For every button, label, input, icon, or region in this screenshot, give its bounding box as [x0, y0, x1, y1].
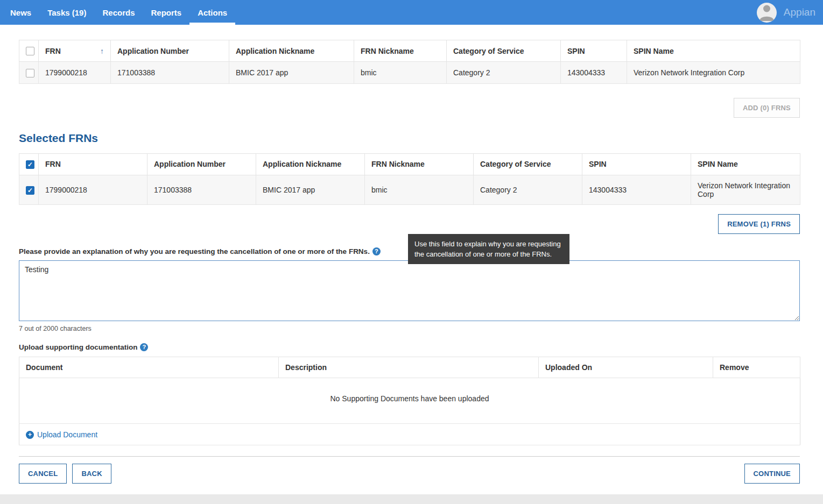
column-header-application-number: Application Number — [147, 153, 256, 175]
cell-frn: 1799000218 — [39, 175, 147, 204]
upload-documentation-label: Upload supporting documentation — [19, 343, 137, 351]
column-header-label: FRN — [45, 47, 61, 55]
upload-documents-table: Document Description Uploaded On Remove … — [19, 357, 800, 446]
cell-frn-nickname: bmic — [354, 62, 447, 83]
upload-label-row: Upload supporting documentation? — [19, 343, 800, 351]
table-header-row: FRN Application Number Application Nickn… — [19, 153, 800, 175]
column-header-frn[interactable]: FRN↑ — [39, 40, 111, 62]
row-checkbox[interactable] — [26, 186, 34, 195]
nav-item-actions[interactable]: Actions — [189, 0, 235, 25]
person-icon — [757, 3, 777, 23]
nav-item-news[interactable]: News — [2, 0, 39, 25]
cell-application-number: 171003388 — [147, 175, 256, 204]
cell-frn-nickname: bmic — [365, 175, 474, 204]
cell-category-of-service: Category 2 — [447, 62, 561, 83]
footer-button-bar: CANCEL BACK CONTINUE — [19, 464, 800, 484]
column-header-frn-nickname: FRN Nickname — [354, 40, 447, 62]
selected-frns-heading: Selected FRNs — [19, 132, 800, 145]
character-count: 7 out of 2000 characters — [19, 325, 800, 332]
column-header-category-of-service: Category of Service — [474, 153, 582, 175]
plus-icon: + — [26, 431, 34, 439]
select-all-checkbox[interactable] — [26, 160, 34, 169]
appian-brand-text: Appian — [784, 6, 815, 18]
upload-document-link[interactable]: +Upload Document — [26, 430, 97, 439]
help-icon[interactable]: ? — [372, 247, 381, 255]
row-checkbox-cell — [19, 62, 39, 83]
back-button[interactable]: BACK — [72, 464, 111, 484]
select-all-header-cell — [19, 153, 39, 175]
cell-application-nickname: BMIC 2017 app — [256, 175, 365, 204]
nav-right-group: Appian — [757, 0, 815, 25]
main-content: FRN↑ Application Number Application Nick… — [0, 25, 823, 494]
cell-spin: 143004333 — [582, 175, 691, 204]
column-header-application-number: Application Number — [111, 40, 229, 62]
nav-item-reports[interactable]: Reports — [143, 0, 189, 25]
nav-item-label: Records — [102, 8, 135, 17]
table-header-row: Document Description Uploaded On Remove — [19, 357, 800, 378]
remove-frns-row: REMOVE (1) FRNS — [19, 214, 800, 234]
explanation-section: Please provide an explanation of why you… — [19, 247, 800, 332]
upload-document-link-label: Upload Document — [37, 430, 97, 439]
column-header-remove: Remove — [713, 357, 800, 378]
nav-item-records[interactable]: Records — [94, 0, 143, 25]
column-header-uploaded-on: Uploaded On — [539, 357, 713, 378]
column-header-frn: FRN — [39, 153, 147, 175]
footer-divider — [19, 456, 800, 457]
column-header-description: Description — [279, 357, 539, 378]
frn-results-table: FRN↑ Application Number Application Nick… — [19, 40, 800, 84]
column-header-spin: SPIN — [582, 153, 691, 175]
cell-application-nickname: BMIC 2017 app — [229, 62, 354, 83]
cell-spin: 143004333 — [561, 62, 627, 83]
column-header-category-of-service: Category of Service — [447, 40, 561, 62]
nav-item-label: Tasks (19) — [47, 8, 86, 17]
no-documents-message: No Supporting Documents have been upload… — [19, 378, 800, 423]
explanation-textarea[interactable]: Testing — [19, 260, 800, 321]
select-all-checkbox[interactable] — [26, 47, 34, 55]
upload-link-cell: +Upload Document — [19, 423, 800, 445]
empty-state-row: No Supporting Documents have been upload… — [19, 378, 800, 423]
cell-category-of-service: Category 2 — [474, 175, 582, 204]
add-frns-button[interactable]: ADD (0) FRNS — [734, 98, 800, 118]
column-header-spin-name: SPIN Name — [627, 40, 800, 62]
cell-spin-name: Verizon Network Integration Corp — [691, 175, 800, 204]
sort-ascending-icon[interactable]: ↑ — [100, 47, 104, 55]
column-header-document: Document — [19, 357, 279, 378]
row-checkbox[interactable] — [26, 69, 34, 77]
cell-spin-name: Verizon Network Integration Corp — [627, 62, 800, 83]
selected-frns-table: FRN Application Number Application Nickn… — [19, 153, 800, 205]
column-header-application-nickname: Application Nickname — [256, 153, 365, 175]
cell-frn: 1799000218 — [39, 62, 111, 83]
nav-item-label: Reports — [151, 8, 181, 17]
top-navigation: News Tasks (19) Records Reports Actions … — [0, 0, 823, 25]
table-row: 1799000218 171003388 BMIC 2017 app bmic … — [19, 175, 800, 204]
column-header-frn-nickname: FRN Nickname — [365, 153, 474, 175]
user-avatar[interactable] — [757, 3, 777, 23]
continue-button[interactable]: CONTINUE — [744, 464, 800, 484]
column-header-spin: SPIN — [561, 40, 627, 62]
upload-link-row: +Upload Document — [19, 423, 800, 445]
nav-item-label: News — [10, 8, 31, 17]
select-all-header-cell — [19, 40, 39, 62]
table-row: 1799000218 171003388 BMIC 2017 app bmic … — [19, 62, 800, 83]
cancel-button[interactable]: CANCEL — [19, 464, 67, 484]
add-frns-row: ADD (0) FRNS — [19, 98, 800, 118]
nav-item-label: Actions — [198, 8, 227, 17]
column-header-application-nickname: Application Nickname — [229, 40, 354, 62]
remove-frns-button[interactable]: REMOVE (1) FRNS — [718, 214, 800, 234]
help-icon[interactable]: ? — [140, 343, 148, 351]
column-header-spin-name: SPIN Name — [691, 153, 800, 175]
help-tooltip: Use this field to explain why you are re… — [408, 234, 569, 264]
nav-item-tasks[interactable]: Tasks (19) — [39, 0, 94, 25]
explanation-label: Please provide an explanation of why you… — [19, 247, 370, 255]
row-checkbox-cell — [19, 175, 39, 204]
cell-application-number: 171003388 — [111, 62, 229, 83]
table-header-row: FRN↑ Application Number Application Nick… — [19, 40, 800, 62]
